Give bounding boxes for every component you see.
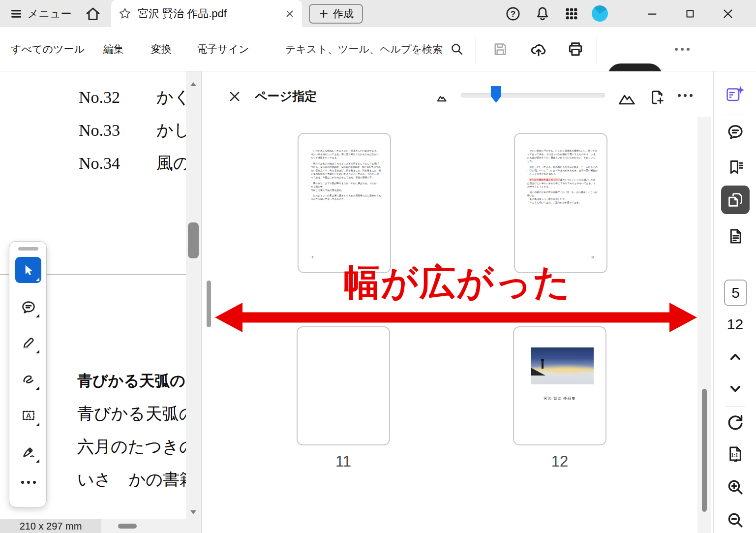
comments-panel-button[interactable] — [714, 123, 756, 141]
bookmarks-panel-button[interactable] — [714, 158, 756, 177]
account-avatar[interactable] — [592, 5, 608, 22]
thumbnail-label-12: 12 — [513, 453, 606, 470]
all-tools-menu[interactable]: すべてのツール — [11, 27, 85, 71]
panel-scrollbar[interactable] — [697, 117, 711, 533]
plus-icon — [318, 8, 329, 19]
create-button[interactable]: 作成 — [309, 4, 363, 24]
text-box-tool-button[interactable]: A — [15, 402, 41, 428]
window-close-button[interactable] — [713, 0, 743, 27]
window-minimize-button[interactable] — [637, 0, 667, 27]
app-grid-icon — [564, 6, 579, 22]
help-button[interactable]: ? — [505, 0, 521, 27]
sign-tool-button[interactable] — [15, 439, 41, 465]
actual-size-button[interactable]: 1:1 — [714, 444, 756, 463]
panel-close-button[interactable] — [227, 89, 242, 104]
annotation-double-arrow — [215, 302, 697, 333]
attachments-panel-button[interactable] — [714, 227, 756, 246]
page-thumbnail-8[interactable]: ひどい怒鳴り声がする。たしかに荷馬車の梶棒らしい。怒りたけって走って来る。そのほ… — [514, 133, 607, 273]
page-text: ひどい怒鳴り声がする。たしかに荷馬車の梶棒らしい。怒りたけって走って来る。そのほ… — [527, 149, 598, 204]
search-input[interactable]: テキスト、ツール、ヘルプを検索 — [285, 27, 464, 71]
comment-icon — [21, 299, 36, 314]
ai-assistant-icon — [726, 85, 745, 103]
draw-tool-button[interactable] — [15, 366, 41, 392]
home-button[interactable] — [85, 0, 101, 27]
small-mountain-icon — [436, 91, 449, 104]
document-tab[interactable]: 宮沢 賢治 作品.pdf — [111, 0, 302, 27]
menu-button[interactable]: メニュー — [10, 0, 72, 27]
scrollbar-thumb[interactable] — [702, 389, 707, 512]
svg-text:?: ? — [511, 9, 515, 18]
highlighted-text: すっかり晴れて暑くなった。 — [530, 178, 560, 181]
panel-more-button[interactable] — [678, 94, 693, 97]
doc-heading: 青びかる天弧の — [77, 371, 185, 391]
ellipsis-icon — [675, 48, 690, 51]
current-page-value: 5 — [731, 284, 740, 301]
comment-tool-button[interactable] — [15, 293, 41, 319]
save-button[interactable] — [492, 27, 509, 71]
tab-title: 宮沢 賢治 作品.pdf — [138, 6, 227, 21]
notifications-button[interactable] — [534, 0, 551, 27]
palette-drag-handle[interactable] — [18, 247, 38, 251]
edit-menu[interactable]: 編集 — [103, 27, 124, 71]
sidebar-divider — [725, 115, 745, 115]
svg-text:A: A — [26, 412, 31, 419]
zoom-out-thumbnails-button[interactable] — [436, 91, 449, 104]
page-thumbnail-11[interactable] — [297, 326, 390, 445]
rotate-page-button[interactable] — [714, 413, 756, 432]
highlight-tool-button[interactable] — [15, 329, 41, 355]
page-thumbnail-12[interactable]: 宮沢 賢治 作品集 — [513, 326, 606, 445]
insert-page-button[interactable] — [647, 88, 666, 106]
apps-button[interactable] — [564, 0, 579, 27]
toolbar-more-button[interactable] — [675, 27, 690, 71]
page-organize-panel: ページ指定 いつかみんな眠ねむってゐたのだ。何某さんだけ起きてゐる。冷たい水を渉… — [202, 71, 713, 533]
current-page-input[interactable]: 5 — [724, 280, 747, 306]
close-icon — [227, 89, 242, 104]
annotation-text: 幅が広がった — [290, 258, 625, 308]
doc-line: No.33かし — [79, 119, 186, 142]
esign-menu[interactable]: 電子サイン — [197, 27, 249, 71]
scrollbar-thumb[interactable] — [188, 222, 199, 258]
doc-line: 青びかる天弧の — [77, 403, 186, 425]
bell-icon — [534, 5, 551, 22]
thumbnail-size-slider[interactable] — [461, 93, 605, 97]
page-size-indicator: 210 x 297 mm — [0, 519, 101, 533]
zoom-out-icon — [726, 511, 745, 530]
highlighter-icon — [21, 335, 36, 350]
horizontal-scrollbar-thumb[interactable] — [118, 524, 137, 529]
document-scrollbar[interactable] — [186, 71, 201, 519]
zoom-out-button[interactable] — [714, 511, 756, 530]
panel-scrollbar-thumb[interactable] — [207, 281, 211, 327]
scroll-up-arrow[interactable] — [190, 82, 196, 86]
ellipsis-icon — [678, 94, 693, 97]
ai-assistant-button[interactable] — [714, 85, 756, 103]
zoom-in-thumbnails-button[interactable] — [617, 89, 636, 108]
titlebar: メニュー 宮沢 賢治 作品.pdf 作成 ? — [0, 0, 756, 27]
page-thumbnails-panel-button[interactable] — [721, 186, 750, 214]
window-maximize-button[interactable] — [675, 0, 705, 27]
printer-icon — [567, 40, 584, 58]
select-tool-button[interactable] — [15, 257, 41, 283]
thumbnail-label-11: 11 — [297, 453, 390, 470]
previous-page-button[interactable] — [714, 348, 756, 366]
panel-title: ページ指定 — [255, 88, 317, 104]
scribble-icon — [21, 371, 36, 387]
large-mountain-icon — [617, 89, 636, 108]
slider-thumb[interactable] — [491, 86, 501, 103]
tab-close-button[interactable] — [284, 8, 295, 19]
chevron-down-icon — [726, 380, 744, 398]
print-button[interactable] — [567, 27, 584, 71]
page-thumbnail-7[interactable]: いつかみんな眠ねむってゐたのだ。何某さんだけ起きてゐる。冷たい水を渉わたってゐる… — [298, 133, 391, 273]
doc-line: No.34風の — [79, 152, 186, 175]
cursor-icon — [21, 263, 36, 278]
menu-label: メニュー — [28, 6, 72, 21]
toolbar: すべてのツール 編集 変換 電子サイン テキスト、ツール、ヘルプを検索 共有 — [0, 27, 756, 71]
cloud-upload-button[interactable] — [530, 27, 547, 71]
scroll-down-arrow[interactable] — [190, 510, 196, 514]
zoom-in-button[interactable] — [714, 478, 756, 497]
maximize-icon — [684, 7, 696, 20]
convert-menu[interactable]: 変換 — [151, 27, 172, 71]
next-page-button[interactable] — [714, 380, 756, 398]
page-plus-icon — [647, 88, 666, 106]
bookmark-icon — [726, 158, 745, 177]
palette-more-button[interactable] — [9, 481, 47, 484]
